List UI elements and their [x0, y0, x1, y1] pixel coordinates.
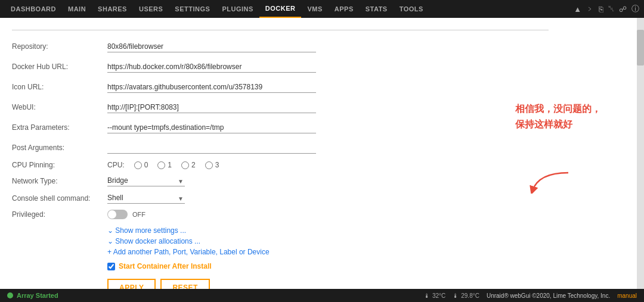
privileged-label: Privileged:	[12, 210, 107, 219]
repository-value	[107, 41, 316, 52]
cpu-pinning-row: CPU Pinning: CPU: 0 1 2	[12, 161, 549, 169]
repository-row: Repository:	[12, 39, 549, 54]
show-docker-allocations-link[interactable]: ⌄ Show docker allocations ...	[107, 237, 549, 245]
dockerhub-value	[107, 61, 316, 73]
cpu-radio-3[interactable]	[205, 161, 213, 169]
extra-params-input[interactable]	[107, 122, 316, 133]
nav-apps[interactable]: APPS	[329, 0, 360, 18]
dockerhub-input[interactable]	[107, 61, 316, 73]
icon-label: Icon URL:	[12, 83, 107, 91]
navbar: DASHBOARD MAIN SHARES USERS SETTINGS PLU…	[0, 0, 644, 18]
status-bar: Array Started 🌡 32°C 🌡 29.8°C Unraid® we…	[0, 289, 644, 302]
main-content: Repository: Docker Hub URL: Icon URL:	[0, 18, 637, 289]
show-more-settings-link[interactable]: ⌄ Show more settings ...	[107, 226, 549, 235]
nav-icon-monitor[interactable]: ⎘	[599, 5, 603, 14]
temp2-value: 29.8°C	[461, 292, 479, 299]
extra-params-label: Extra Parameters:	[12, 123, 107, 132]
status-right: 🌡 32°C 🌡 29.8°C Unraid® webGui ©2020, Li…	[424, 292, 637, 299]
thermometer-icon-1: 🌡	[424, 292, 430, 299]
nav-dashboard[interactable]: DASHBOARD	[5, 0, 62, 18]
cpu-radio-0[interactable]	[134, 161, 142, 169]
nav-icon-terminal[interactable]: ﹥	[586, 4, 594, 14]
start-container-label: Start Container After Install	[119, 262, 212, 270]
console-shell-row: Console shell command: Shell Bash sh ▼	[12, 192, 549, 204]
icon-row: Icon URL:	[12, 80, 549, 94]
nav-right-icons: ▲ ﹥ ⎘ ␀ ☍ ⓘ	[574, 4, 639, 14]
icon-value	[107, 82, 316, 93]
brand-text: Unraid® webGui ©2020, Lime Technology, I…	[487, 292, 610, 299]
temp1-info: 🌡 32°C	[424, 292, 445, 299]
cpu-option-2[interactable]: 2	[181, 161, 196, 169]
privileged-toggle[interactable]	[107, 210, 128, 219]
extra-params-value	[107, 122, 316, 133]
console-shell-label: Console shell command:	[12, 194, 107, 203]
network-type-row: Network Type: Bridge Host None ▼	[12, 175, 549, 186]
right-scrollbar[interactable]	[637, 18, 644, 289]
nav-items: DASHBOARD MAIN SHARES USERS SETTINGS PLU…	[5, 0, 574, 18]
nav-settings[interactable]: SETTINGS	[169, 0, 216, 18]
nav-shares[interactable]: SHARES	[92, 0, 133, 18]
post-args-label: Post Arguments:	[12, 144, 107, 152]
nav-docker[interactable]: DOCKER	[259, 0, 302, 18]
nav-stats[interactable]: STATS	[360, 0, 394, 18]
post-args-input[interactable]	[107, 142, 316, 154]
cpu-option-1[interactable]: 1	[157, 161, 172, 169]
reset-button[interactable]: RESET	[160, 279, 210, 289]
chevron-down-icon-2: ⌄	[107, 237, 113, 245]
extra-params-row: Extra Parameters:	[12, 120, 549, 135]
show-more-settings-label: Show more settings ...	[115, 226, 186, 235]
cpu-radio-2[interactable]	[181, 161, 189, 169]
icon-input[interactable]	[107, 82, 316, 93]
scroll-thumb	[637, 30, 644, 66]
console-shell-select[interactable]: Shell Bash sh	[107, 192, 185, 204]
network-type-select[interactable]: Bridge Host None	[107, 175, 185, 186]
webui-input[interactable]	[107, 102, 316, 113]
apply-button[interactable]: APPLY	[107, 279, 156, 289]
cpu-option-3[interactable]: 3	[205, 161, 219, 169]
webui-value	[107, 102, 316, 113]
network-type-label: Network Type:	[12, 177, 107, 185]
toggle-knob	[108, 210, 116, 219]
cpu-options: CPU: 0 1 2 3	[107, 161, 219, 169]
top-divider	[12, 30, 549, 30]
nav-tools[interactable]: TOOLS	[394, 0, 429, 18]
nav-icon-desktop[interactable]: ␀	[608, 4, 614, 14]
nav-icon-book[interactable]: ☍	[619, 5, 627, 14]
cpu-label-1: 1	[168, 161, 172, 169]
form-section: Repository: Docker Hub URL: Icon URL:	[12, 30, 549, 289]
nav-users[interactable]: USERS	[133, 0, 169, 18]
array-status-text: Array Started	[17, 292, 58, 299]
nav-main[interactable]: MAIN	[62, 0, 92, 18]
cpu-text: CPU:	[107, 161, 125, 169]
show-docker-allocations-label: Show docker allocations ...	[115, 237, 200, 245]
nav-icon-help[interactable]: ⓘ	[631, 4, 639, 14]
nav-icon-upload[interactable]: ▲	[574, 5, 581, 14]
console-shell-select-wrapper: Shell Bash sh ▼	[107, 192, 185, 204]
add-path-label: + Add another Path, Port, Variable, Labe…	[107, 248, 270, 256]
temp2-info: 🌡 29.8°C	[453, 292, 479, 299]
post-args-row: Post Arguments:	[12, 141, 549, 155]
manual-link[interactable]: manual	[617, 292, 637, 299]
dockerhub-row: Docker Hub URL:	[12, 60, 549, 74]
thermometer-icon-2: 🌡	[453, 292, 459, 299]
toggle-control: OFF	[107, 210, 145, 219]
nav-vms[interactable]: VMS	[301, 0, 328, 18]
repository-label: Repository:	[12, 42, 107, 51]
chevron-down-icon: ⌄	[107, 226, 113, 235]
status-left: Array Started	[7, 292, 58, 299]
repository-input[interactable]	[107, 41, 316, 52]
webui-row: WebUI:	[12, 100, 549, 114]
content-wrapper: Repository: Docker Hub URL: Icon URL:	[0, 18, 644, 289]
start-container-row: Start Container After Install	[107, 262, 549, 270]
buttons-row: APPLY RESET	[107, 279, 549, 289]
network-type-select-wrapper: Bridge Host None ▼	[107, 175, 185, 186]
cpu-radio-1[interactable]	[157, 161, 165, 169]
temp1-value: 32°C	[432, 292, 445, 299]
nav-plugins[interactable]: PLUGINS	[216, 0, 259, 18]
add-path-link[interactable]: + Add another Path, Port, Variable, Labe…	[107, 248, 549, 256]
links-section: ⌄ Show more settings ... ⌄ Show docker a…	[107, 226, 549, 256]
start-container-checkbox[interactable]	[107, 263, 115, 270]
webui-label: WebUI:	[12, 103, 107, 111]
cpu-option-0[interactable]: 0	[134, 161, 148, 169]
cpu-label-2: 2	[191, 161, 196, 169]
